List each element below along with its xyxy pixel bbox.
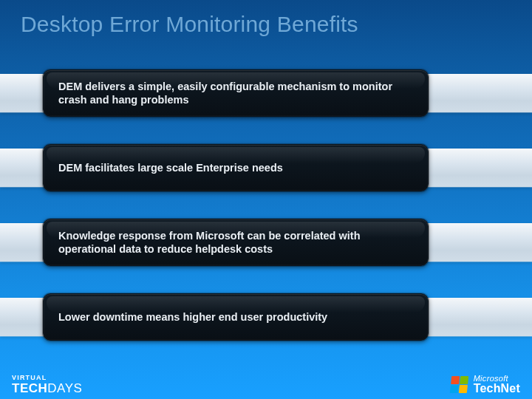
benefit-text: Knowledge response from Microsoft can be…: [58, 229, 413, 256]
ms-line2: TechNet: [474, 383, 520, 395]
microsoft-technet-logo: Microsoft TechNet: [451, 375, 520, 395]
list-item: Knowledge response from Microsoft can be…: [0, 219, 532, 266]
ms-logo-text: Microsoft TechNet: [474, 375, 520, 395]
footer: VIRTUAL TECHDAYS Microsoft TechNet: [0, 365, 532, 399]
flag-quadrant: [458, 385, 467, 393]
logo-line2: TECHDAYS: [12, 382, 82, 395]
logo-line1: VIRTUAL: [12, 375, 82, 381]
benefit-pill: Knowledge response from Microsoft can be…: [43, 219, 429, 266]
windows-flag-icon: [449, 376, 468, 393]
benefit-text: DEM facilitates large scale Enterprise n…: [58, 161, 283, 174]
benefit-text: Lower downtime means higher end user pro…: [58, 310, 327, 324]
virtual-techdays-logo: VIRTUAL TECHDAYS: [12, 375, 82, 395]
page-title: Desktop Error Monitoring Benefits: [21, 12, 358, 37]
list-item: DEM facilitates large scale Enterprise n…: [0, 144, 532, 191]
logo-line2-bold: TECH: [12, 381, 47, 395]
list-item: Lower downtime means higher end user pro…: [0, 293, 532, 341]
benefit-text: DEM delivers a simple, easily configurab…: [58, 80, 413, 106]
benefit-pill: Lower downtime means higher end user pro…: [43, 293, 429, 341]
benefit-list: DEM delivers a simple, easily configurab…: [0, 69, 532, 368]
list-item: DEM delivers a simple, easily configurab…: [0, 69, 532, 117]
benefit-pill: DEM facilitates large scale Enterprise n…: [43, 144, 429, 191]
flag-quadrant: [451, 376, 460, 384]
flag-quadrant: [449, 385, 458, 393]
flag-quadrant: [460, 376, 468, 384]
logo-line2-thin: DAYS: [47, 381, 82, 395]
benefit-pill: DEM delivers a simple, easily configurab…: [43, 69, 429, 117]
